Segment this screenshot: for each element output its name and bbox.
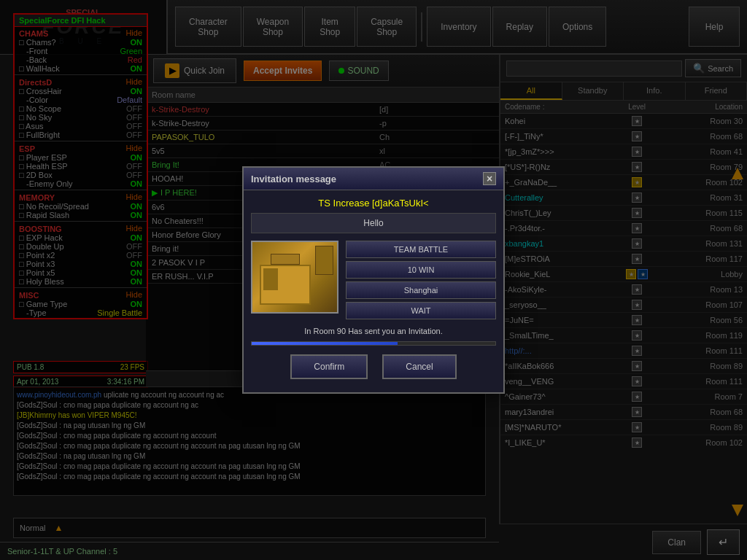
modal-title: Invitation message <box>251 174 336 184</box>
modal-header: Invitation message × <box>244 168 503 190</box>
modal-hello-message: Hello <box>251 213 496 233</box>
modal-map-preview <box>251 241 338 314</box>
modal-sender: TS Increase [d]aKaTsUkI< <box>251 198 496 209</box>
modal-content-area: TEAM BATTLE 10 WIN Shanghai WAIT <box>251 241 496 319</box>
map-roof <box>271 254 300 265</box>
modal-overlay: Invitation message × TS Increase [d]aKaT… <box>0 0 747 560</box>
modal-progress-fill <box>252 342 398 345</box>
modal-invitation-text: In Room 90 Has sent you an Invitation. <box>251 327 496 335</box>
modal-action-buttons: Confirm Cancel <box>251 354 496 385</box>
modal-progress-bar-container <box>251 341 496 346</box>
modal-confirm-button[interactable]: Confirm <box>290 354 368 379</box>
modal-body: TS Increase [d]aKaTsUkI< Hello TEAM BATT… <box>244 190 503 392</box>
invitation-modal: Invitation message × TS Increase [d]aKaT… <box>242 166 505 394</box>
modal-game-buttons: TEAM BATTLE 10 WIN Shanghai WAIT <box>346 241 496 319</box>
modal-cancel-button[interactable]: Cancel <box>382 354 456 379</box>
wait-button[interactable]: WAIT <box>346 302 496 319</box>
map-building-right <box>315 246 333 275</box>
modal-close-button[interactable]: × <box>483 172 496 185</box>
ten-win-button[interactable]: 10 WIN <box>346 261 496 279</box>
shanghai-button[interactable]: Shanghai <box>346 281 496 299</box>
map-building-left <box>263 268 278 290</box>
team-battle-button[interactable]: TEAM BATTLE <box>346 241 496 258</box>
